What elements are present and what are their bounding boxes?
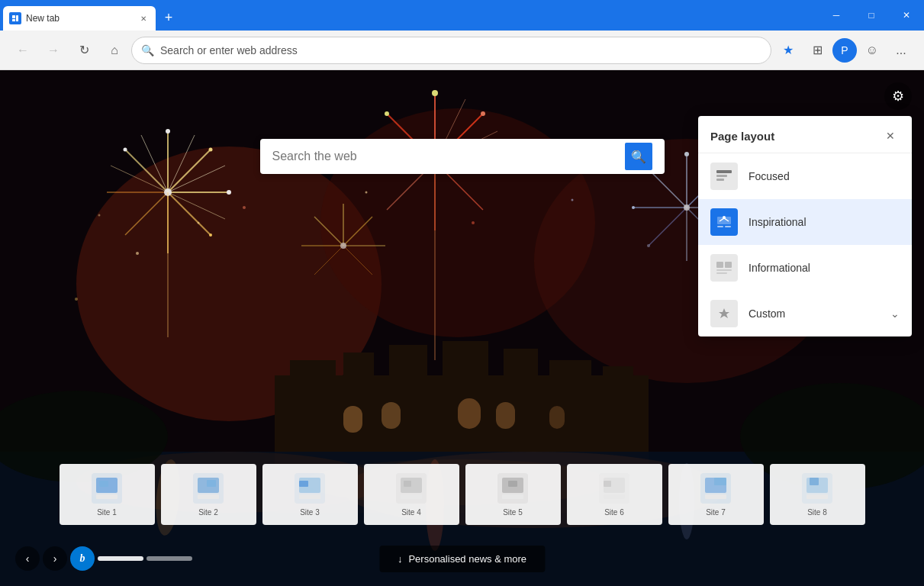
back-icon: ← (17, 43, 29, 57)
back-button[interactable]: ← (9, 37, 37, 64)
forward-button[interactable]: → (40, 37, 67, 64)
svg-rect-124 (604, 481, 611, 487)
layout-panel-header: Page layout ✕ (698, 116, 912, 153)
minimize-button[interactable]: ─ (819, 0, 854, 31)
personalised-news-button[interactable]: ↓ Personalised news & more (379, 546, 545, 572)
svg-rect-0 (12, 15, 15, 18)
svg-point-82 (365, 192, 368, 194)
site-icon-7 (700, 473, 731, 504)
svg-rect-96 (716, 170, 732, 173)
quick-site-5[interactable]: Site 5 (465, 464, 561, 525)
bottom-center: ↓ Personalised news & more (379, 546, 545, 572)
svg-point-33 (227, 190, 231, 195)
right-arrow-icon: › (53, 552, 57, 565)
quick-site-6[interactable]: Site 6 (567, 464, 662, 525)
new-tab-button[interactable]: + (157, 6, 180, 29)
tab-close-button[interactable]: ✕ (137, 12, 150, 24)
site-icon-8 (802, 473, 832, 504)
svg-rect-130 (810, 478, 819, 485)
custom-label: Custom (749, 307, 785, 320)
close-button[interactable]: ✕ (889, 0, 924, 31)
svg-rect-118 (404, 481, 411, 487)
layout-panel-close-button[interactable]: ✕ (881, 127, 900, 145)
svg-rect-102 (717, 226, 723, 227)
svg-rect-107 (716, 272, 727, 274)
profile-avatar: P (841, 44, 848, 56)
site-name-3: Site 3 (269, 508, 352, 517)
inspirational-icon (710, 208, 738, 236)
svg-point-34 (209, 233, 212, 237)
svg-rect-106 (716, 269, 732, 271)
home-button[interactable]: ⌂ (101, 37, 128, 64)
svg-point-79 (136, 252, 139, 255)
quick-site-1[interactable]: Site 1 (60, 464, 155, 525)
maximize-button[interactable]: □ (854, 0, 889, 31)
quick-site-4[interactable]: Site 4 (364, 464, 459, 525)
search-input[interactable] (272, 150, 625, 163)
site-name-1: Site 1 (66, 508, 149, 517)
inspirational-label: Inspirational (749, 216, 806, 228)
bing-logo[interactable]: b (70, 546, 95, 571)
search-button[interactable]: 🔍 (625, 143, 652, 170)
svg-rect-1 (12, 19, 15, 21)
main-content: ⚙ 🔍 Page layout ✕ Focused (0, 70, 924, 586)
search-icon: 🔍 (631, 150, 646, 164)
svg-rect-113 (198, 494, 219, 499)
page-layout-button[interactable]: ⚙ (884, 82, 912, 110)
settings-button[interactable]: ... (887, 37, 915, 64)
informational-label: Informational (749, 262, 810, 274)
svg-point-31 (166, 129, 170, 134)
quick-site-3[interactable]: Site 3 (262, 464, 358, 525)
tab-area: New tab ✕ + (0, 0, 180, 31)
chevron-down-icon: ⌄ (890, 307, 900, 320)
dot-1 (98, 556, 143, 561)
profile-button[interactable]: P (832, 38, 857, 63)
emoji-button[interactable]: ☺ (858, 37, 886, 64)
custom-icon (710, 300, 738, 327)
svg-rect-119 (401, 494, 422, 499)
search-container: 🔍 (260, 139, 665, 174)
svg-rect-115 (299, 481, 308, 487)
site-icon-3 (295, 473, 325, 504)
refresh-button[interactable]: ↻ (70, 37, 98, 64)
svg-rect-19 (549, 406, 565, 429)
collections-icon: ⊞ (813, 43, 823, 57)
layout-option-focused[interactable]: Focused (698, 153, 912, 199)
site-name-5: Site 5 (472, 508, 555, 517)
site-icon-4 (396, 473, 427, 504)
svg-point-32 (209, 148, 213, 152)
layout-option-custom[interactable]: Custom ⌄ (698, 291, 912, 336)
prev-button[interactable]: ‹ (15, 546, 40, 571)
bottom-left-controls: ‹ › b (15, 546, 192, 571)
svg-rect-127 (714, 478, 726, 485)
toolbar-icons: ★ ⊞ P ☺ ... (774, 37, 915, 64)
more-icon: ... (896, 43, 906, 57)
svg-rect-97 (716, 175, 727, 177)
favorites-button[interactable]: ★ (774, 37, 802, 64)
star-icon: ★ (783, 43, 794, 57)
svg-rect-125 (604, 494, 625, 499)
site-name-4: Site 4 (370, 508, 453, 517)
news-label: Personalised news & more (408, 553, 526, 565)
collections-button[interactable]: ⊞ (803, 37, 831, 64)
svg-point-101 (723, 216, 726, 219)
svg-point-67 (632, 206, 635, 209)
svg-point-53 (385, 111, 389, 116)
quick-site-7[interactable]: Site 7 (668, 464, 764, 525)
pagination-dots (98, 556, 192, 561)
site-icon-2 (193, 473, 224, 504)
svg-rect-18 (496, 402, 515, 429)
dot-2 (146, 556, 192, 561)
active-tab[interactable]: New tab ✕ (3, 6, 156, 31)
site-name-2: Site 2 (167, 508, 250, 517)
quick-site-2[interactable]: Site 2 (161, 464, 256, 525)
layout-option-informational[interactable]: Informational (698, 245, 912, 291)
next-button[interactable]: › (43, 546, 67, 571)
layout-option-inspirational[interactable]: Inspirational (698, 199, 912, 245)
address-bar[interactable]: 🔍 Search or enter web address (131, 37, 771, 64)
svg-rect-15 (343, 406, 362, 433)
quick-site-8[interactable]: Site 8 (770, 464, 865, 525)
tab-title: New tab (26, 13, 133, 24)
site-icon-6 (599, 473, 629, 504)
bing-icon: b (80, 552, 85, 565)
